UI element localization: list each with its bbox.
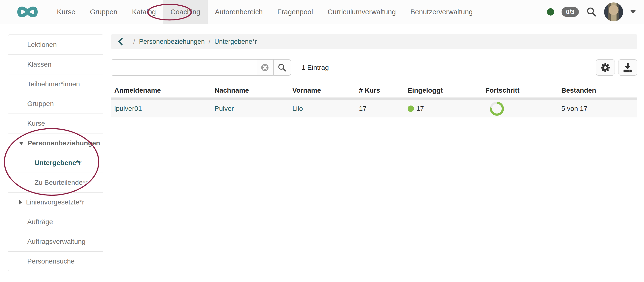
nav-item-autorenbereich[interactable]: Autorenbereich: [208, 0, 270, 24]
breadcrumb-item-personenbeziehungen[interactable]: Personenbeziehungen: [139, 38, 205, 46]
column-header-bestanden[interactable]: Bestanden: [558, 86, 637, 94]
column-header-nachname[interactable]: Nachname: [211, 86, 289, 94]
sidebar-item-label: Personensuche: [27, 258, 75, 265]
sidebar-item-label: Gruppen: [27, 100, 54, 108]
sidebar-item-label: Untergebene*r: [34, 159, 82, 167]
app-logo[interactable]: [0, 0, 50, 24]
column-header-anmeldename[interactable]: Anmeldename: [111, 86, 211, 94]
table-header-shadow: [111, 98, 637, 100]
top-navigation-bar: Kurse Gruppen Katalog Coaching Autorenbe…: [0, 0, 644, 24]
sidebar-item-lektionen[interactable]: Lektionen: [8, 35, 103, 54]
sidebar-item-zu-beurteilende[interactable]: Zu Beurteilende*r: [8, 172, 103, 192]
progress-ring: [490, 102, 504, 116]
table-export-button[interactable]: [618, 59, 637, 76]
table-header-row: Anmeldename Nachname Vorname # Kurs Eing…: [111, 84, 637, 98]
presence-status-dot: [547, 8, 554, 16]
sidebar-item-klassen[interactable]: Klassen: [8, 54, 103, 74]
nav-item-fragenpool[interactable]: Fragenpool: [270, 0, 320, 24]
entry-count: 1 Eintrag: [302, 64, 329, 72]
table-toolbar: [596, 59, 637, 76]
topbar-right-cluster: 0/3: [547, 0, 644, 24]
column-header-eingeloggt[interactable]: Eingeloggt: [404, 86, 482, 94]
cell-eingeloggt-count: 17: [416, 105, 424, 112]
cell-anmeldename-link[interactable]: lpulver01: [114, 105, 142, 112]
search-icon: [278, 63, 287, 72]
nav-item-coaching[interactable]: Coaching: [163, 0, 208, 24]
main-nav: Kurse Gruppen Katalog Coaching Autorenbe…: [50, 0, 480, 24]
breadcrumb-separator: /: [209, 38, 210, 46]
search-input-group: [111, 59, 291, 76]
sidebar-item-label: Auftragsverwaltung: [27, 238, 86, 246]
page: Kurse Gruppen Katalog Coaching Autorenbe…: [0, 0, 644, 282]
cell-vorname-link[interactable]: Lilo: [292, 105, 303, 112]
sidebar-item-label: Zu Beurteilende*r: [34, 179, 88, 186]
chevron-right-icon: [19, 200, 22, 205]
sidebar-item-personensuche[interactable]: Personensuche: [8, 251, 103, 271]
nav-item-curriculumverwaltung[interactable]: Curriculumverwaltung: [320, 0, 403, 24]
search-input[interactable]: [111, 59, 256, 76]
download-icon: [622, 62, 633, 73]
sidebar-item-label: Kurse: [27, 120, 45, 128]
sidebar-item-label: Lektionen: [27, 41, 57, 48]
breadcrumb-separator: /: [133, 38, 135, 46]
nav-item-katalog[interactable]: Katalog: [125, 0, 163, 24]
cell-bestanden: 5 von 17: [561, 105, 587, 112]
sidebar-item-teilnehmerinnen[interactable]: Teilnehmer*innen: [8, 74, 103, 94]
chevron-down-icon: [19, 142, 24, 145]
global-search-icon[interactable]: [586, 6, 597, 17]
column-header-vorname[interactable]: Vorname: [289, 86, 356, 94]
sidebar-item-label: Linienvorgesetzte*r: [26, 198, 84, 206]
sidebar-item-linienvorgesetzte[interactable]: Linienvorgesetzte*r: [8, 192, 103, 212]
breadcrumb-back-icon[interactable]: [118, 38, 123, 46]
clear-circle-x-icon: [260, 63, 269, 72]
cell-nachname-link[interactable]: Pulver: [214, 105, 234, 112]
subordinates-table: Anmeldename Nachname Vorname # Kurs Eing…: [111, 84, 637, 118]
clear-search-button[interactable]: [256, 59, 274, 76]
gear-icon: [600, 62, 611, 73]
sidebar-item-kurse[interactable]: Kurse: [8, 114, 103, 133]
column-header-kurs[interactable]: # Kurs: [356, 86, 404, 94]
sidebar-item-label: Aufträge: [27, 218, 53, 226]
sidebar-item-personenbeziehungen[interactable]: Personenbeziehungen: [8, 133, 103, 153]
infinity-logo-icon: [13, 4, 42, 20]
sidebar-item-label: Klassen: [27, 60, 52, 68]
sidebar-item-label: Teilnehmer*innen: [27, 80, 80, 88]
nav-item-kurse[interactable]: Kurse: [50, 0, 83, 24]
submit-search-button[interactable]: [273, 59, 291, 76]
logged-in-status-dot: [408, 106, 414, 112]
coaching-sidebar: Lektionen Klassen Teilnehmer*innen Grupp…: [8, 34, 103, 271]
user-avatar[interactable]: [604, 2, 623, 22]
breadcrumb: / Personenbeziehungen / Untergebene*r: [111, 34, 637, 49]
sidebar-item-auftragsverwaltung[interactable]: Auftragsverwaltung: [8, 232, 103, 251]
nav-item-gruppen[interactable]: Gruppen: [83, 0, 125, 24]
breadcrumb-item-untergebene[interactable]: Untergebene*r: [214, 38, 257, 46]
table-settings-button[interactable]: [596, 59, 615, 76]
nav-item-benutzerverwaltung[interactable]: Benutzerverwaltung: [403, 0, 480, 24]
chat-counter-badge[interactable]: 0/3: [562, 7, 579, 17]
table-filter-row: 1 Eintrag: [111, 59, 637, 76]
sidebar-item-auftraege[interactable]: Aufträge: [8, 212, 103, 232]
sidebar-item-untergebene[interactable]: Untergebene*r: [8, 153, 103, 172]
sidebar-item-label: Personenbeziehungen: [28, 139, 100, 147]
main-content: / Personenbeziehungen / Untergebene*r: [111, 34, 637, 118]
table-row[interactable]: lpulver01 Pulver Lilo 17 17 5 von 17: [111, 100, 637, 118]
progress-ring-hole: [492, 104, 502, 114]
column-header-fortschritt[interactable]: Fortschritt: [482, 86, 558, 94]
sidebar-item-gruppen[interactable]: Gruppen: [8, 94, 103, 114]
user-menu-caret-icon[interactable]: [630, 10, 636, 14]
cell-kurs-count: 17: [359, 105, 366, 112]
